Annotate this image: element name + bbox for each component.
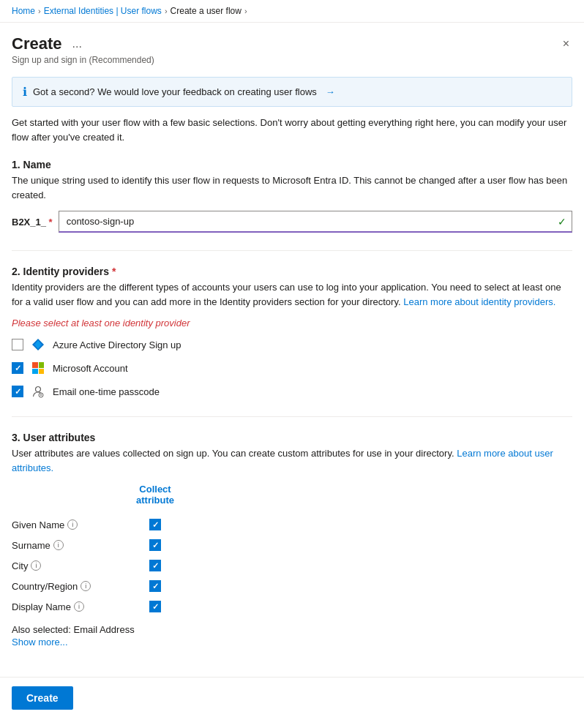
attr-row-city: City i: [12, 555, 572, 576]
identity-section-title: 2. Identity providers *: [12, 266, 572, 277]
attr-label-display-name: Display Name i: [12, 601, 114, 612]
checkbox-display-name-collect[interactable]: [149, 601, 161, 612]
valid-check-icon: ✓: [558, 216, 566, 228]
info-icon-surname: i: [53, 540, 64, 550]
name-input-wrapper: ✓: [59, 211, 572, 233]
intro-text: Get started with your user flow with a f…: [12, 116, 572, 144]
microsoft-icon: [31, 361, 45, 375]
breadcrumb-external[interactable]: External Identities | User flows: [44, 6, 162, 16]
section-divider-2: [12, 416, 572, 417]
feedback-text: Got a second? We would love your feedbac…: [33, 86, 317, 97]
name-section-title: 1. Name: [12, 159, 572, 170]
provider-label-ms: Microsoft Account: [53, 363, 128, 374]
name-section-desc: The unique string used to identify this …: [12, 173, 572, 202]
title-area: Create ... Sign up and sign in (Recommen…: [12, 34, 154, 65]
provider-label-aad: Azure Active Directory Sign up: [53, 339, 181, 350]
attributes-section-desc: User attributes are values collected on …: [12, 446, 572, 475]
breadcrumb-home[interactable]: Home: [12, 6, 35, 16]
attr-row-country: Country/Region i: [12, 576, 572, 596]
section-divider-1: [12, 250, 572, 251]
attr-label-city: City i: [12, 560, 114, 571]
identity-section: 2. Identity providers * Identity provide…: [12, 266, 572, 399]
name-input[interactable]: [59, 211, 572, 233]
feedback-link[interactable]: →: [326, 86, 335, 97]
azure-icon: [31, 337, 45, 352]
provider-row-ms: Microsoft Account: [12, 361, 572, 375]
main-content: Get started with your user flow with a f…: [0, 116, 584, 677]
page-subtitle: Sign up and sign in (Recommended): [12, 55, 154, 65]
also-selected-text: Also selected: Email Address: [12, 624, 572, 635]
page-title: Create: [12, 34, 61, 53]
info-icon-given-name: i: [67, 519, 78, 530]
feedback-banner: ℹ Got a second? We would love your feedb…: [12, 77, 572, 107]
attr-table: Given Name i Surname i City: [12, 514, 572, 617]
create-button[interactable]: Create: [12, 686, 73, 710]
checkbox-surname-collect[interactable]: [149, 539, 161, 551]
checkbox-city-collect[interactable]: [149, 560, 161, 571]
checkbox-given-name-collect[interactable]: [149, 519, 161, 530]
attr-row-surname: Surname i: [12, 535, 572, 555]
attributes-section-title: 3. User attributes: [12, 432, 572, 443]
checkbox-country-collect[interactable]: [149, 580, 161, 592]
info-icon-country: i: [81, 581, 91, 591]
attr-row-display-name: Display Name i: [12, 596, 572, 617]
provider-label-otp: Email one-time passcode: [53, 386, 160, 397]
attr-checkbox-display-name-collect: [126, 601, 184, 612]
show-more-link[interactable]: Show more...: [12, 637, 572, 648]
checkbox-ms[interactable]: [12, 362, 23, 374]
info-icon-city: i: [31, 560, 41, 571]
attr-checkbox-country-collect: [126, 580, 184, 592]
provider-row-otp: Email one-time passcode: [12, 384, 572, 399]
main-header: Create ... Sign up and sign in (Recommen…: [0, 23, 584, 68]
name-section: 1. Name The unique string used to identi…: [12, 159, 572, 233]
collect-header: Collect attribute: [126, 484, 184, 506]
attr-columns-header: Collect attribute: [126, 484, 572, 506]
name-prefix: B2X_1_ *: [12, 217, 53, 228]
person-icon: [31, 384, 45, 399]
attr-label-surname: Surname i: [12, 540, 114, 551]
provider-row-aad: Azure Active Directory Sign up: [12, 337, 572, 352]
footer-bar: Create: [0, 677, 584, 718]
identity-section-desc: Identity providers are the different typ…: [12, 280, 572, 309]
required-star: *: [109, 266, 116, 277]
checkbox-otp[interactable]: [12, 386, 23, 397]
identity-alert-text: Please select at least one identity prov…: [12, 318, 572, 329]
title-row: Create ...: [12, 34, 154, 53]
attributes-section: 3. User attributes User attributes are v…: [12, 432, 572, 648]
close-button[interactable]: ×: [560, 34, 572, 53]
attr-checkbox-given-name-collect: [126, 519, 184, 530]
attr-label-country: Country/Region i: [12, 581, 114, 592]
attr-checkbox-surname-collect: [126, 539, 184, 551]
info-icon-display-name: i: [74, 601, 84, 612]
identity-provider-list: Azure Active Directory Sign up Microsoft…: [12, 337, 572, 399]
attr-row-given-name: Given Name i: [12, 514, 572, 535]
svg-point-3: [36, 387, 41, 392]
checkbox-aad[interactable]: [12, 339, 23, 350]
breadcrumb-create: Create a user flow: [171, 6, 242, 16]
identity-learn-more[interactable]: Learn more about identity providers.: [403, 296, 555, 307]
attr-checkbox-city-collect: [126, 560, 184, 571]
breadcrumb: Home › External Identities | User flows …: [0, 0, 584, 23]
name-field-row: B2X_1_ * ✓: [12, 211, 572, 233]
attr-label-given-name: Given Name i: [12, 519, 114, 530]
info-icon: ℹ: [23, 85, 27, 99]
ellipsis-button[interactable]: ...: [67, 36, 86, 52]
